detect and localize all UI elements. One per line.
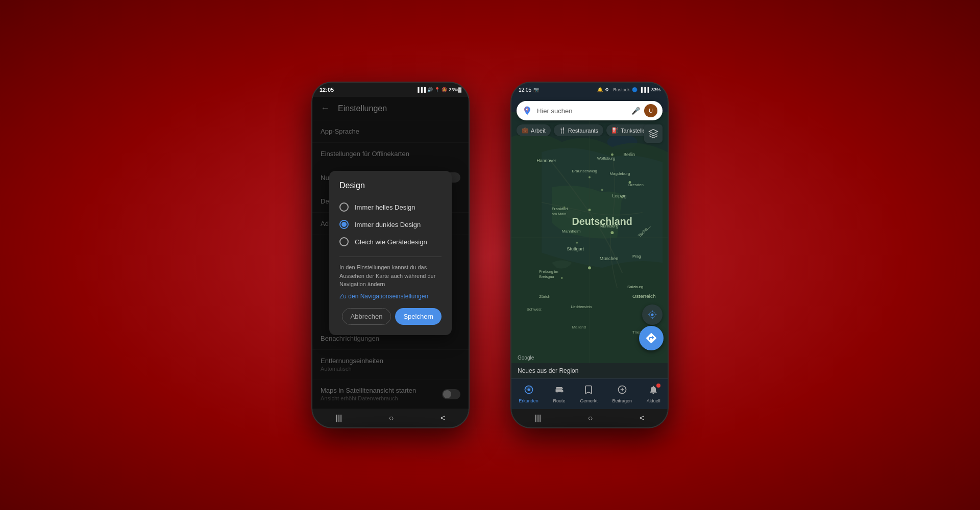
nav-bar-settings: ||| ○ < [312,409,469,427]
news-banner[interactable]: Neues aus der Region [511,363,668,378]
option-geraete-design[interactable]: Gleich wie Gerätedesign [339,233,442,250]
category-pills: 💼 Arbeit 🍴 Restaurants ⛽ Tankstellen [517,124,663,136]
settings-content: ← Einstellungen App-Sprache Einstellunge… [312,97,469,409]
aktuell-badge [648,385,658,397]
layers-button[interactable] [644,124,663,143]
settings-gear-icon: ⚙ [605,87,609,92]
beitragen-label: Beitragen [612,398,632,403]
svg-text:Deutschland: Deutschland [572,216,632,227]
svg-text:Mannheim: Mannheim [562,229,581,234]
svg-point-10 [610,231,614,234]
status-left: 12:05 📷 [519,87,539,93]
notification-icon: 🔔 [597,87,603,92]
navigation-settings-link[interactable]: Zu den Navigationseinstellungen [339,293,442,300]
dialog-buttons: Abbrechen Speichern [339,308,442,325]
svg-text:Dresden: Dresden [628,183,644,187]
gemerkt-label: Gemerkt [580,398,598,403]
svg-text:Breisgau: Breisgau [539,274,554,279]
aktuell-label: Aktuell [647,398,660,403]
option-label-geraete: Gleich wie Gerätedesign [355,238,427,246]
maps-content: Hannover Wolfsburg Braunschweig Magdebur… [511,97,668,409]
status-icons: ▐▐▐ 🔊 📍 🔕 33%▓ [416,87,461,92]
phone-maps: 12:05 📷 🔔 ⚙ Rostock 🔵 ▐▐▐ 33% [510,82,669,428]
svg-point-12 [576,242,578,244]
home-button[interactable]: ○ [389,414,394,423]
updates-icon [648,387,658,397]
erkunden-label: Erkunden [519,398,538,403]
svg-point-9 [589,209,591,211]
radio-dunkles[interactable] [339,220,349,229]
maps-status-time: 12:05 [519,87,531,93]
maps-status-icon1: 📷 [533,87,539,92]
nav-bar-maps: ||| ○ < [511,409,668,427]
pill-arbeit[interactable]: 💼 Arbeit [517,124,551,136]
user-avatar[interactable]: U [644,104,657,117]
recent-apps-button[interactable]: ||| [336,414,342,423]
svg-text:Frankfurt: Frankfurt [552,207,568,211]
design-dialog: Design Immer helles Design Immer dunkles… [329,171,452,335]
status-bar-maps: 12:05 📷 🔔 ⚙ Rostock 🔵 ▐▐▐ 33% [511,83,668,97]
battery-icon: 33%▓ [449,87,461,92]
cancel-button[interactable]: Abbrechen [342,308,391,325]
tab-route[interactable]: Route [553,385,566,403]
svg-text:Zürich: Zürich [539,294,550,299]
status-time: 12:05 [320,87,334,93]
svg-text:Hannover: Hannover [536,158,556,163]
tab-aktuell[interactable]: Aktuell [647,385,660,403]
svg-point-13 [588,266,591,269]
home-button-maps[interactable]: ○ [588,414,593,423]
status-bar-settings: 12:05 ▐▐▐ 🔊 📍 🔕 33%▓ [312,83,469,97]
svg-text:Leipzig: Leipzig [612,193,626,198]
mic-icon[interactable]: 🎤 [631,107,640,115]
my-location-icon [647,310,657,320]
radio-geraete[interactable] [339,237,349,246]
directions-icon [645,332,657,344]
tab-gemerkt[interactable]: Gemerkt [580,385,598,403]
dialog-overlay: Design Immer helles Design Immer dunkles… [312,97,469,409]
pill-restaurants[interactable]: 🍴 Restaurants [554,124,603,136]
route-label: Route [553,398,566,403]
recent-apps-button-maps[interactable]: ||| [535,414,541,423]
save-button[interactable]: Speichern [395,308,442,325]
mute-icon: 🔕 [442,87,447,92]
map-area[interactable]: Hannover Wolfsburg Braunschweig Magdebur… [511,97,668,378]
maps-battery-text: 33% [651,87,660,92]
maps-search-bar[interactable]: Hier suchen 🎤 U [517,101,663,120]
maps-bottom-nav: Erkunden Route Gemerkt Beitragen [511,378,668,409]
arbeit-label: Arbeit [531,128,546,134]
back-nav-button[interactable]: < [440,414,445,423]
google-watermark: Google [518,355,534,361]
option-helles-design[interactable]: Immer helles Design [339,198,442,216]
bluetooth-icon: 🔵 [632,87,638,92]
location-button[interactable] [642,304,663,325]
search-input[interactable]: Hier suchen [537,107,627,115]
restaurants-label: Restaurants [568,128,598,134]
radio-helles[interactable] [339,202,349,212]
svg-text:Österreich: Österreich [632,293,655,299]
status-right: 🔔 ⚙ Rostock 🔵 ▐▐▐ 33% [597,87,660,92]
signal-icon: ▐▐▐ [416,87,426,92]
maps-signal-icon: ▐▐▐ [640,87,649,92]
tab-beitragen[interactable]: Beitragen [612,385,632,403]
svg-point-7 [601,189,603,191]
option-dunkles-design[interactable]: Immer dunkles Design [339,216,442,233]
bookmark-icon [583,385,594,397]
explore-icon [524,385,534,397]
svg-text:Freiburg im: Freiburg im [539,269,558,274]
route-fab[interactable] [639,326,664,350]
svg-point-4 [611,154,614,156]
svg-point-5 [589,176,591,178]
svg-text:Liechtenstein: Liechtenstein [571,305,592,309]
option-label-dunkles: Immer dunkles Design [355,221,421,228]
contribute-icon [617,385,627,397]
route-icon [554,385,565,397]
tankstellen-icon: ⛽ [611,127,619,134]
tab-erkunden[interactable]: Erkunden [519,385,538,403]
notification-badge [656,384,660,388]
google-maps-logo [522,105,533,116]
back-nav-button-maps[interactable]: < [640,414,644,423]
restaurants-icon: 🍴 [559,127,566,134]
dialog-note: In den Einstellungen kannst du das Ausse… [339,263,442,289]
layers-icon [648,129,658,139]
svg-text:Stuttgart: Stuttgart [567,246,584,251]
